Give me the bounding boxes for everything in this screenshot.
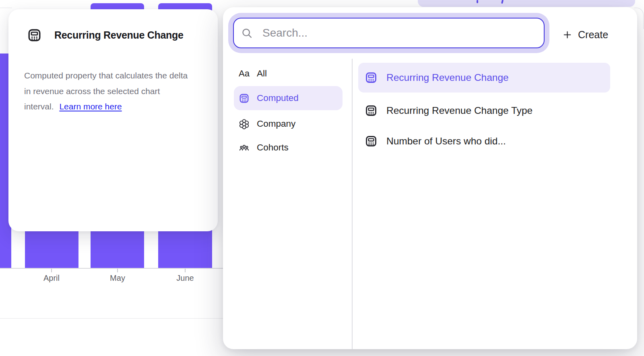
calculator-icon bbox=[239, 93, 250, 104]
aa-icon: Aa bbox=[239, 68, 250, 79]
page-divider-line bbox=[0, 318, 223, 319]
axis-label-april: April bbox=[27, 274, 76, 283]
result-label: Number of Users who did... bbox=[386, 136, 506, 147]
tooltip-description: Computed property that calculates the de… bbox=[24, 68, 191, 115]
tooltip-title: Recurring Revenue Change bbox=[54, 29, 184, 41]
filter-label: Company bbox=[257, 119, 295, 129]
result-item-recurring-revenue-change-type[interactable]: Recurring Revenue Change Type bbox=[358, 96, 610, 126]
pill-text-descender bbox=[501, 0, 504, 4]
axis-tick bbox=[117, 269, 118, 272]
page-card-top-edge bbox=[0, 8, 12, 8]
search-input[interactable] bbox=[262, 26, 537, 40]
top-pill-fragment bbox=[418, 0, 635, 7]
filter-item-computed[interactable]: Computed bbox=[234, 86, 343, 110]
axis-tick bbox=[185, 269, 186, 272]
create-button[interactable]: Create bbox=[562, 23, 608, 46]
result-item-number-of-users-who-did[interactable]: Number of Users who did... bbox=[358, 126, 610, 156]
search-icon bbox=[241, 27, 253, 39]
x-axis bbox=[0, 268, 223, 269]
result-label: Recurring Revenue Change bbox=[386, 72, 509, 83]
learn-more-link[interactable]: Learn more here bbox=[59, 102, 122, 111]
filter-item-all[interactable]: Aa All bbox=[234, 64, 343, 83]
result-label: Recurring Revenue Change Type bbox=[386, 105, 533, 116]
tooltip-header: Recurring Revenue Change bbox=[27, 28, 184, 43]
axis-tick bbox=[51, 269, 52, 272]
axis-label-june: June bbox=[161, 274, 209, 283]
calculator-icon bbox=[365, 135, 378, 148]
calculator-icon bbox=[365, 71, 378, 84]
result-item-recurring-revenue-change[interactable]: Recurring Revenue Change bbox=[358, 63, 610, 93]
filter-item-company[interactable]: Company bbox=[234, 115, 343, 133]
axis-label-may: May bbox=[93, 274, 142, 283]
filter-label: All bbox=[257, 68, 267, 79]
filter-label: Computed bbox=[257, 93, 299, 103]
property-picker-dropdown: Create Aa All Computed Company Cohorts R… bbox=[223, 7, 637, 349]
search-field[interactable] bbox=[233, 18, 545, 48]
pill-text-descender bbox=[477, 0, 478, 3]
calculator-icon bbox=[27, 28, 42, 43]
create-button-label: Create bbox=[578, 29, 608, 41]
company-flower-icon bbox=[239, 119, 250, 130]
cohorts-people-icon bbox=[239, 142, 250, 153]
panel-divider bbox=[352, 59, 353, 349]
filter-item-cohorts[interactable]: Cohorts bbox=[234, 138, 343, 157]
calculator-icon bbox=[365, 104, 378, 117]
filter-label: Cohorts bbox=[257, 142, 289, 153]
property-tooltip-card: Recurring Revenue Change Computed proper… bbox=[8, 9, 218, 231]
plus-icon bbox=[562, 30, 572, 40]
